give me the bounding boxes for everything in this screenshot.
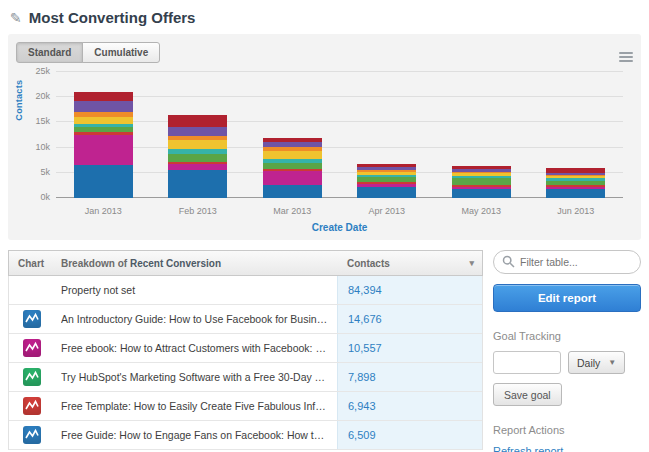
x-tick-label: Jan 2013 xyxy=(56,206,151,216)
stacked-bar-may-2013[interactable] xyxy=(452,72,511,198)
goal-row: Daily ▼ xyxy=(493,351,641,374)
sidebar: Edit report Goal Tracking Daily ▼ Save g… xyxy=(493,250,641,452)
bar-segment-segment-purple[interactable] xyxy=(74,101,133,113)
contacts-value: 7,898 xyxy=(337,363,482,391)
stacked-bar-feb-2013[interactable] xyxy=(168,72,227,198)
column-header-chart: Chart xyxy=(9,258,61,269)
offer-label: Try HubSpot's Marketing Software with a … xyxy=(61,363,337,391)
goal-tracking-label: Goal Tracking xyxy=(493,330,641,342)
bar-segment-segment-blue[interactable] xyxy=(452,189,511,198)
x-tick-label: Mar 2013 xyxy=(245,206,340,216)
stacked-bar-chart: 0k5k10k15k20k25k xyxy=(56,72,623,198)
report-header: ✎ Most Converting Offers xyxy=(0,0,649,32)
table-header-row: Chart Breakdown of Recent Conversion Con… xyxy=(8,250,483,276)
y-axis-label: Contacts xyxy=(14,80,24,121)
table-row[interactable]: Free Template: How to Easily Create Five… xyxy=(9,392,482,421)
contacts-value: 84,394 xyxy=(337,276,482,304)
sort-caret-icon[interactable]: ▾ xyxy=(469,258,474,268)
edit-report-button[interactable]: Edit report xyxy=(493,284,641,312)
chart-cell xyxy=(9,363,61,391)
chart-cell xyxy=(9,334,61,362)
bar-slot xyxy=(434,72,529,198)
stacked-bar-jan-2013[interactable] xyxy=(74,72,133,198)
bar-segment-segment-yellow[interactable] xyxy=(263,151,322,159)
x-axis-label: Create Date xyxy=(56,222,623,233)
bar-segment-segment-blue[interactable] xyxy=(263,185,322,198)
offer-label: Free ebook: How to Attract Customers wit… xyxy=(61,334,337,362)
bar-slot xyxy=(151,72,246,198)
bar-segment-segment-magenta[interactable] xyxy=(263,171,322,185)
chart-mode-toggle: Standard Cumulative xyxy=(16,42,160,63)
contacts-value: 6,509 xyxy=(337,421,482,449)
bar-segment-segment-blue[interactable] xyxy=(168,170,227,198)
bar-segment-segment-blue[interactable] xyxy=(357,187,416,198)
sparkline-icon xyxy=(23,368,41,386)
report-actions-label: Report Actions xyxy=(493,424,641,436)
contacts-value: 6,943 xyxy=(337,392,482,420)
bar-segment-segment-crimson[interactable] xyxy=(74,92,133,101)
refresh-report-link[interactable]: Refresh report xyxy=(493,445,641,452)
offer-label: An Introductory Guide: How to Use Facebo… xyxy=(61,305,337,333)
bar-slot xyxy=(529,72,624,198)
y-tick-label: 10k xyxy=(24,142,50,152)
sparkline-icon xyxy=(23,397,41,415)
goal-frequency-select[interactable]: Daily ▼ xyxy=(568,351,625,374)
x-tick-label: May 2013 xyxy=(434,206,529,216)
bar-slot xyxy=(245,72,340,198)
table-row[interactable]: An Introductory Guide: How to Use Facebo… xyxy=(9,305,482,334)
chart-cell xyxy=(9,276,61,304)
table-body: Property not set84,394An Introductory Gu… xyxy=(8,276,483,450)
stacked-bar-mar-2013[interactable] xyxy=(263,72,322,198)
column-header-contacts[interactable]: Contacts ▾ xyxy=(337,258,482,269)
x-axis-tick-labels: Jan 2013Feb 2013Mar 2013Apr 2013May 2013… xyxy=(56,206,623,216)
breakdown-dimension-link[interactable]: Recent Conversion xyxy=(130,258,221,269)
bar-segment-segment-green[interactable] xyxy=(452,178,511,185)
chart-panel: Standard Cumulative Contacts 0k5k10k15k2… xyxy=(8,34,641,240)
bars-container xyxy=(56,72,623,198)
bar-segment-segment-blue[interactable] xyxy=(74,165,133,198)
bar-segment-segment-purple[interactable] xyxy=(168,127,227,135)
x-tick-label: Jun 2013 xyxy=(529,206,624,216)
bar-segment-segment-yellow[interactable] xyxy=(168,140,227,149)
bar-segment-segment-yellow[interactable] xyxy=(74,117,133,124)
offer-label: Free Template: How to Easily Create Five… xyxy=(61,392,337,420)
table-row[interactable]: Free Guide: How to Engage Fans on Facebo… xyxy=(9,421,482,450)
sparkline-icon xyxy=(23,339,41,357)
table-row[interactable]: Try HubSpot's Marketing Software with a … xyxy=(9,363,482,392)
save-goal-button[interactable]: Save goal xyxy=(493,383,562,406)
y-tick-label: 15k xyxy=(24,116,50,126)
toggle-standard[interactable]: Standard xyxy=(16,42,83,63)
bottom-section: Chart Breakdown of Recent Conversion Con… xyxy=(8,250,641,452)
chart-cell xyxy=(9,392,61,420)
offer-label: Free Guide: How to Engage Fans on Facebo… xyxy=(61,421,337,449)
sparkline-icon xyxy=(23,426,41,444)
filter-table-input[interactable] xyxy=(493,250,641,274)
goal-value-input[interactable] xyxy=(493,351,561,374)
y-tick-label: 5k xyxy=(24,167,50,177)
contacts-header-label: Contacts xyxy=(347,258,390,269)
contacts-value: 10,557 xyxy=(337,334,482,362)
y-tick-label: 25k xyxy=(24,66,50,76)
table-row[interactable]: Free ebook: How to Attract Customers wit… xyxy=(9,334,482,363)
bar-slot xyxy=(340,72,435,198)
stacked-bar-jun-2013[interactable] xyxy=(546,72,605,198)
chart-menu-icon[interactable] xyxy=(619,50,633,64)
y-tick-label: 0k xyxy=(24,192,50,202)
x-tick-label: Feb 2013 xyxy=(151,206,246,216)
bar-segment-segment-blue[interactable] xyxy=(546,189,605,198)
contacts-value: 14,676 xyxy=(337,305,482,333)
stacked-bar-apr-2013[interactable] xyxy=(357,72,416,198)
bar-segment-segment-magenta[interactable] xyxy=(74,135,133,165)
x-tick-label: Apr 2013 xyxy=(340,206,435,216)
search-icon xyxy=(502,255,515,268)
edit-title-pencil-icon[interactable]: ✎ xyxy=(10,10,22,26)
bar-segment-segment-crimson[interactable] xyxy=(168,115,227,128)
toggle-cumulative[interactable]: Cumulative xyxy=(82,42,160,63)
bar-segment-segment-green[interactable] xyxy=(168,154,227,162)
bar-slot xyxy=(56,72,151,198)
offer-label: Property not set xyxy=(61,276,337,304)
table-row[interactable]: Property not set84,394 xyxy=(9,276,482,305)
chevron-down-icon: ▼ xyxy=(608,358,616,367)
y-tick-label: 20k xyxy=(24,91,50,101)
breakdown-table: Chart Breakdown of Recent Conversion Con… xyxy=(8,250,483,452)
